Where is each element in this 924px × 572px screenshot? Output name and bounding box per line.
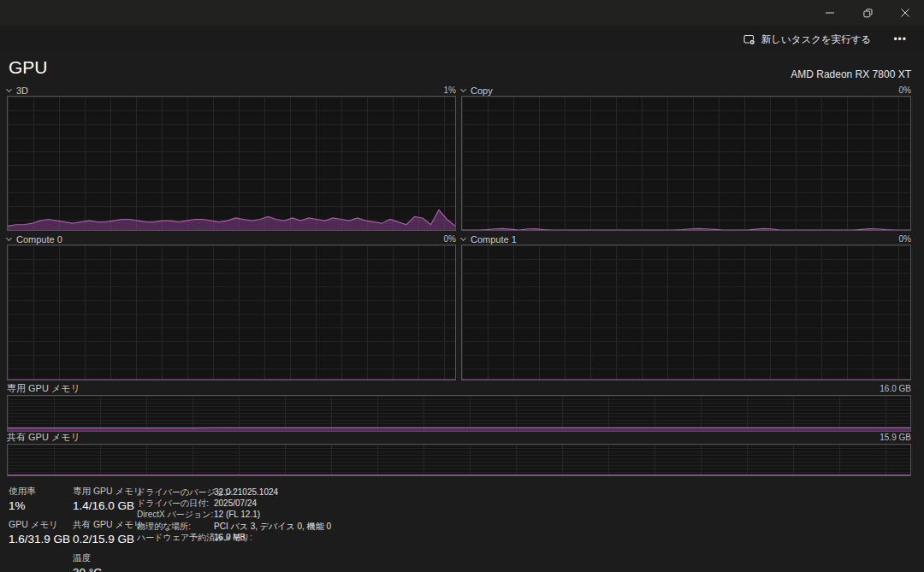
chart-shared-memory-canvas xyxy=(7,444,911,476)
chart-value-copy: 0% xyxy=(899,86,911,95)
hw-reserved-memory-value: 16.0 MB xyxy=(214,532,331,543)
maximize-button[interactable] xyxy=(849,0,886,26)
chart-dedicated-memory-canvas xyxy=(7,395,911,432)
usage-value: 1% xyxy=(9,499,70,512)
close-icon xyxy=(901,9,909,17)
temperature-value: 30 °C xyxy=(73,566,143,572)
chart-title-compute0: Compute 0 xyxy=(16,234,62,245)
run-new-task-label: 新しいタスクを実行する xyxy=(761,33,872,46)
chart-header-3d[interactable]: 3D 1% xyxy=(7,85,456,96)
page-title: GPU xyxy=(9,57,48,78)
gpu-device-name: AMD Radeon RX 7800 XT xyxy=(791,68,911,80)
task-manager-window: 新しいタスクを実行する ••• GPU AMD Radeon RX 7800 X… xyxy=(0,0,924,572)
usage-label: 使用率 xyxy=(9,486,70,498)
chart-title-copy: Copy xyxy=(471,86,493,96)
physical-location-value: PCI バス 3, デバイス 0, 機能 0 xyxy=(214,521,331,532)
directx-version-value: 12 (FL 12.1) xyxy=(214,509,331,520)
chevron-down-icon xyxy=(460,234,466,240)
chart-value-3d: 1% xyxy=(444,86,456,95)
chevron-down-icon xyxy=(6,234,12,240)
toolbar: 新しいタスクを実行する ••• xyxy=(0,26,924,53)
driver-date-value: 2025/07/24 xyxy=(214,498,331,509)
chart-title-dedicated-memory: 専用 GPU メモリ xyxy=(7,382,80,395)
temperature-label: 温度 xyxy=(73,552,143,564)
driver-version-value: 32.0.21025.1024 xyxy=(214,486,331,498)
details-values: 32.0.21025.1024 2025/07/24 12 (FL 12.1) … xyxy=(214,486,331,543)
run-new-task-icon xyxy=(743,34,755,45)
close-button[interactable] xyxy=(886,0,924,26)
restore-icon xyxy=(863,9,873,18)
gpu-memory-label: GPU メモリ xyxy=(9,519,70,531)
minimize-icon xyxy=(826,9,834,17)
chart-header-dedicated-memory: 専用 GPU メモリ 16.0 GB xyxy=(7,383,911,394)
chart-header-shared-memory: 共有 GPU メモリ 15.9 GB xyxy=(7,432,911,443)
stats-column-1: 使用率 1% GPU メモリ 1.6/31.9 GB xyxy=(9,486,70,552)
chart-title-3d: 3D xyxy=(16,86,28,96)
shared-memory-value: 0.2/15.9 GB xyxy=(73,533,143,545)
chevron-down-icon xyxy=(460,86,466,91)
dedicated-memory-label: 専用 GPU メモリ xyxy=(73,486,143,498)
chart-title-compute1: Compute 1 xyxy=(471,234,517,245)
stats-column-2: 専用 GPU メモリ 1.4/16.0 GB 共有 GPU メモリ 0.2/15… xyxy=(73,486,143,572)
chart-3d-canvas xyxy=(7,96,456,231)
chart-compute1-canvas xyxy=(461,245,911,380)
titlebar xyxy=(0,0,924,26)
chart-value-compute1: 0% xyxy=(899,234,911,244)
chart-header-copy[interactable]: Copy 0% xyxy=(461,85,911,96)
chart-value-compute0: 0% xyxy=(444,234,456,244)
chart-max-dedicated-memory: 16.0 GB xyxy=(880,384,911,393)
dedicated-memory-value: 1.4/16.0 GB xyxy=(73,499,143,512)
gpu-memory-value: 1.6/31.9 GB xyxy=(9,533,70,545)
chart-header-compute1[interactable]: Compute 1 0% xyxy=(461,233,911,245)
chart-copy-canvas xyxy=(461,96,911,231)
run-new-task-button[interactable]: 新しいタスクを実行する xyxy=(737,29,879,50)
chart-compute0-canvas xyxy=(7,245,456,380)
shared-memory-label: 共有 GPU メモリ xyxy=(73,519,143,531)
chart-title-shared-memory: 共有 GPU メモリ xyxy=(7,431,80,444)
chart-max-shared-memory: 15.9 GB xyxy=(880,433,911,442)
caption-buttons xyxy=(811,0,924,26)
more-options-button[interactable]: ••• xyxy=(885,30,915,49)
more-options-icon: ••• xyxy=(893,33,907,45)
chart-header-compute0[interactable]: Compute 0 0% xyxy=(7,233,456,245)
chevron-down-icon xyxy=(6,86,12,91)
minimize-button[interactable] xyxy=(811,0,849,26)
